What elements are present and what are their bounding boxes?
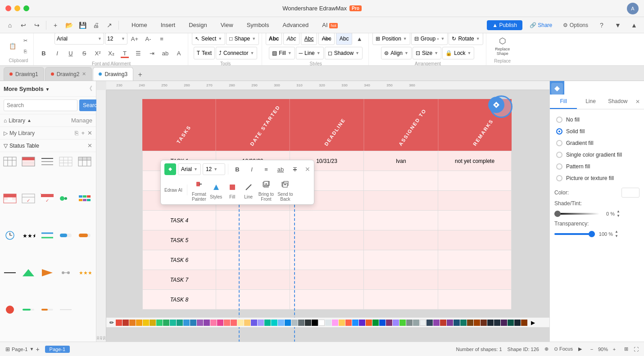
tab-drawing1[interactable]: Drawing1 bbox=[4, 67, 44, 81]
table-row[interactable]: TASK 7 bbox=[143, 270, 512, 290]
strikethrough-button[interactable]: S bbox=[78, 47, 91, 59]
color-swatch[interactable] bbox=[521, 320, 527, 326]
superscript-button[interactable]: X² bbox=[91, 47, 104, 59]
symbol-table-plain[interactable] bbox=[2, 155, 18, 168]
close-button[interactable] bbox=[5, 5, 11, 11]
add-icon[interactable]: + bbox=[81, 130, 85, 136]
font-size-selector[interactable]: 12▼ bbox=[105, 33, 127, 45]
symbol-line3[interactable] bbox=[2, 266, 18, 279]
fill-option-single-gradient[interactable]: Single color gradient fill bbox=[554, 149, 639, 161]
more-styles-button[interactable]: ▲ bbox=[353, 33, 366, 45]
symbol-clock[interactable] bbox=[2, 229, 18, 242]
color-swatch[interactable] bbox=[278, 320, 284, 326]
tab-advanced[interactable]: Advanced bbox=[276, 20, 315, 30]
size-button[interactable]: ⊡Size▼ bbox=[413, 47, 441, 59]
color-swatch[interactable] bbox=[224, 320, 230, 326]
symbol-colored-grid[interactable] bbox=[2, 192, 18, 205]
color-swatch[interactable] bbox=[217, 320, 223, 326]
copy-icon[interactable]: ⎘ bbox=[75, 130, 78, 136]
color-swatch[interactable] bbox=[291, 320, 298, 326]
color-swatch[interactable] bbox=[379, 320, 385, 326]
symbol-triangle-up[interactable] bbox=[20, 266, 36, 279]
color-swatch[interactable] bbox=[399, 320, 406, 326]
color-swatch[interactable] bbox=[494, 320, 500, 326]
tab-insert[interactable]: Insert bbox=[154, 20, 182, 30]
symbol-lines2[interactable] bbox=[39, 229, 55, 242]
page-layout-button[interactable]: ⊞ bbox=[5, 346, 10, 352]
shadow-button[interactable]: ◻Shadow▼ bbox=[325, 47, 363, 59]
search-input[interactable] bbox=[4, 99, 77, 111]
ft-bring-front-button[interactable] bbox=[260, 178, 272, 191]
fill-option-gradient[interactable]: Gradient fill bbox=[554, 137, 639, 149]
ft-fill-button[interactable] bbox=[226, 181, 239, 194]
position-button[interactable]: ⊞Position▼ bbox=[372, 33, 410, 45]
trans-down-button[interactable]: ▼ bbox=[615, 234, 618, 238]
symbol-gold-stars[interactable]: ★★★ bbox=[77, 266, 93, 279]
color-swatch[interactable] bbox=[183, 320, 190, 326]
sidebar-title[interactable]: More Symbols ▼ bbox=[4, 86, 50, 92]
symbol-lines[interactable] bbox=[39, 155, 55, 168]
symbol-gray-dots[interactable] bbox=[58, 266, 74, 279]
color-swatch[interactable] bbox=[231, 320, 237, 326]
ft-format-painter-button[interactable] bbox=[193, 178, 205, 191]
color-swatch[interactable] bbox=[433, 320, 440, 326]
color-swatch[interactable] bbox=[177, 320, 183, 326]
share-button[interactable]: 🔗 Share bbox=[526, 20, 556, 30]
color-swatch[interactable] bbox=[420, 320, 426, 326]
color-swatch[interactable] bbox=[170, 320, 176, 326]
shade-down-button[interactable]: ▼ bbox=[617, 214, 620, 218]
color-swatch[interactable] bbox=[129, 320, 136, 326]
style-1[interactable]: Abc bbox=[266, 33, 282, 45]
symbol-green-dots[interactable] bbox=[58, 192, 74, 205]
style-4[interactable]: Abc bbox=[318, 33, 335, 45]
canvas-content[interactable]: TASKS DATE STARTED DEADLINE ASSIGNED TO … bbox=[106, 90, 549, 342]
shade-up-button[interactable]: ▲ bbox=[617, 209, 620, 213]
publish-button[interactable]: ▲ Publish bbox=[487, 20, 522, 30]
collapse-sidebar-icon[interactable]: 《 bbox=[86, 85, 92, 93]
color-swatch[interactable] bbox=[143, 320, 149, 326]
fill-button[interactable]: ▧Fill▼ bbox=[269, 47, 295, 59]
color-swatch[interactable] bbox=[426, 320, 433, 326]
table-row[interactable]: TASK 4 bbox=[143, 211, 512, 230]
ft-underline-button[interactable]: ab bbox=[274, 163, 287, 176]
table-row[interactable]: TASK 5 bbox=[143, 230, 512, 250]
replace-shape-button[interactable]: ⬡ Replace Shape bbox=[490, 35, 515, 57]
home-icon[interactable]: ⌂ bbox=[4, 19, 16, 32]
library-manage-icon[interactable]: Manage bbox=[71, 117, 92, 124]
color-swatch[interactable] bbox=[413, 320, 419, 326]
options-button[interactable]: ⚙ Options bbox=[559, 20, 592, 30]
color-swatch[interactable] bbox=[447, 320, 453, 326]
tab-design[interactable]: Design bbox=[182, 20, 213, 30]
color-swatch[interactable] bbox=[298, 320, 304, 326]
copy-button[interactable]: ⎘ bbox=[20, 46, 31, 56]
library-label[interactable]: ⌂Library ▲ bbox=[4, 117, 32, 124]
rp-close-button[interactable]: ✕ bbox=[631, 95, 644, 108]
tab-home[interactable]: Home bbox=[125, 20, 154, 30]
collapse-icon[interactable]: ▲ bbox=[628, 19, 640, 32]
color-swatch[interactable] bbox=[508, 320, 514, 326]
fullscreen-button[interactable]: ⛶ bbox=[634, 347, 639, 352]
ft-size-selector[interactable]: 12▼ bbox=[203, 163, 225, 175]
ft-close-button[interactable]: ✕ bbox=[305, 166, 310, 173]
color-swatch[interactable] bbox=[237, 320, 244, 326]
expand-icon[interactable]: ▼ bbox=[612, 19, 624, 32]
color-swatch[interactable] bbox=[372, 320, 379, 326]
text-button[interactable]: TText bbox=[194, 47, 215, 59]
color-swatch[interactable] bbox=[325, 320, 331, 326]
color-swatch[interactable] bbox=[514, 320, 521, 326]
ft-styles-button[interactable] bbox=[210, 181, 222, 194]
symbol-checkmark[interactable]: ✓ bbox=[20, 192, 36, 205]
style-5[interactable]: Abc bbox=[336, 33, 352, 45]
open-icon[interactable]: 📂 bbox=[63, 19, 75, 32]
new-icon[interactable]: + bbox=[49, 19, 62, 32]
color-swatch[interactable] bbox=[150, 320, 156, 326]
layers-button[interactable]: ⊕ bbox=[544, 346, 549, 352]
ft-italic-button[interactable]: I bbox=[245, 163, 258, 176]
shape-button[interactable]: □Shape▼ bbox=[226, 33, 259, 45]
maximize-button[interactable] bbox=[23, 5, 29, 11]
ft-align-button[interactable]: ≡ bbox=[260, 163, 272, 176]
text-color-button[interactable]: T bbox=[118, 47, 131, 59]
table-row[interactable]: TASK 8 bbox=[143, 290, 512, 310]
color-swatch[interactable] bbox=[440, 320, 446, 326]
color-swatch[interactable] bbox=[332, 320, 338, 326]
